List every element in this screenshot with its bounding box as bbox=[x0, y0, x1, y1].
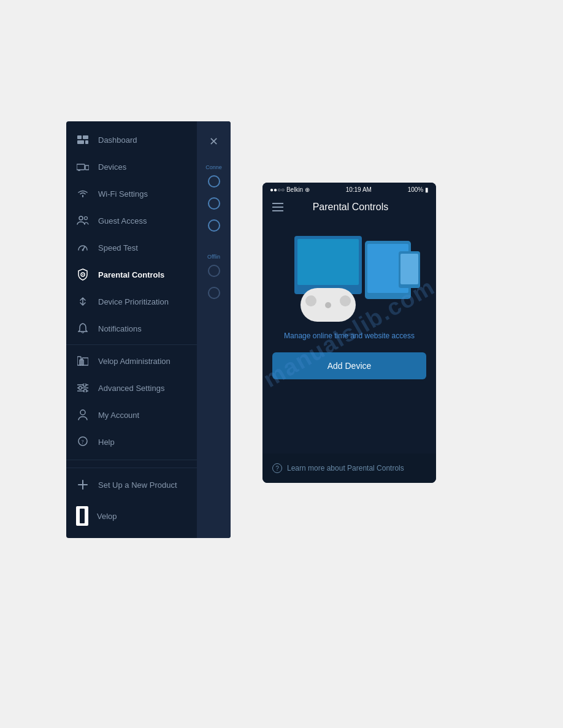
svg-rect-4 bbox=[77, 164, 85, 170]
priority-icon bbox=[76, 295, 90, 308]
speed-icon bbox=[76, 241, 90, 254]
status-bar: ●●○○ Belkin ⊕ 10:19 AM 100% ▮ bbox=[262, 183, 436, 197]
app-content: Manage online time and website access Ad… bbox=[262, 218, 436, 453]
sidebar-item-velop-label: Velop bbox=[97, 512, 117, 521]
status-connected-text: Conne bbox=[205, 164, 222, 170]
svg-rect-15 bbox=[77, 357, 81, 365]
svg-point-22 bbox=[79, 387, 82, 390]
svg-point-21 bbox=[83, 384, 86, 387]
svg-point-11 bbox=[82, 249, 84, 251]
app-footer: ? Learn more about Parental Controls bbox=[262, 453, 436, 483]
status-bar-battery: 100% ▮ bbox=[408, 186, 429, 193]
dashboard-icon bbox=[76, 133, 90, 146]
status-circle-2 bbox=[208, 197, 220, 210]
svg-point-8 bbox=[79, 216, 83, 220]
status-circle-4 bbox=[208, 265, 220, 277]
app-header: Parental Controls bbox=[262, 197, 436, 218]
phone-small-screen bbox=[400, 254, 418, 284]
close-button[interactable]: ✕ bbox=[197, 126, 231, 157]
help-icon: ? bbox=[76, 435, 90, 449]
manage-description: Manage online time and website access bbox=[284, 332, 415, 340]
svg-rect-0 bbox=[77, 135, 82, 139]
app-title: Parental Controls bbox=[293, 202, 408, 213]
phone-panel: ●●○○ Belkin ⊕ 10:19 AM 100% ▮ Parental C… bbox=[262, 183, 436, 483]
advanced-settings-icon bbox=[76, 381, 90, 395]
plus-icon bbox=[76, 478, 90, 491]
add-device-button[interactable]: Add Device bbox=[272, 352, 426, 379]
nav-panel: Dashboard Devices bbox=[66, 121, 231, 538]
bell-icon bbox=[76, 322, 90, 335]
svg-point-13 bbox=[82, 274, 83, 275]
svg-point-23 bbox=[84, 390, 87, 393]
device-illustration bbox=[282, 236, 417, 322]
status-column: ✕ Conne Offlin bbox=[197, 121, 231, 460]
svg-rect-1 bbox=[83, 135, 88, 139]
velop-device-icon bbox=[76, 506, 88, 526]
carrier-text: ●●○○ Belkin ⊕ bbox=[270, 186, 310, 193]
svg-text:?: ? bbox=[82, 439, 84, 445]
status-bar-time: 10:19 AM bbox=[346, 186, 372, 193]
gamepad-center-button bbox=[325, 302, 331, 308]
svg-point-24 bbox=[80, 410, 85, 415]
status-circle-5 bbox=[208, 287, 220, 299]
sidebar-item-setup-label: Set Up a New Product bbox=[98, 480, 177, 490]
parental-controls-icon bbox=[76, 268, 90, 281]
admin-icon bbox=[76, 354, 90, 368]
svg-rect-16 bbox=[80, 360, 83, 365]
gamepad-illustration bbox=[301, 288, 356, 322]
guest-icon bbox=[76, 214, 90, 227]
monitor-illustration bbox=[294, 236, 362, 294]
status-circle-3 bbox=[208, 219, 220, 232]
hamburger-icon[interactable] bbox=[272, 203, 283, 211]
help-circle-icon: ? bbox=[272, 463, 282, 473]
status-circle-1 bbox=[208, 175, 220, 188]
svg-rect-3 bbox=[85, 140, 88, 144]
monitor-screen bbox=[297, 239, 359, 285]
account-icon bbox=[76, 408, 90, 422]
svg-rect-2 bbox=[77, 140, 84, 144]
gamepad-left-stick bbox=[305, 295, 316, 306]
gamepad-right-stick bbox=[340, 295, 351, 306]
learn-more-text: Learn more about Parental Controls bbox=[287, 464, 404, 472]
phone-small-illustration bbox=[399, 251, 420, 288]
svg-point-9 bbox=[85, 217, 88, 220]
wifi-icon bbox=[76, 187, 90, 200]
status-offline-text: Offlin bbox=[207, 254, 220, 260]
devices-icon bbox=[76, 160, 90, 173]
status-bar-left: ●●○○ Belkin ⊕ bbox=[270, 186, 310, 193]
svg-rect-5 bbox=[85, 165, 89, 170]
